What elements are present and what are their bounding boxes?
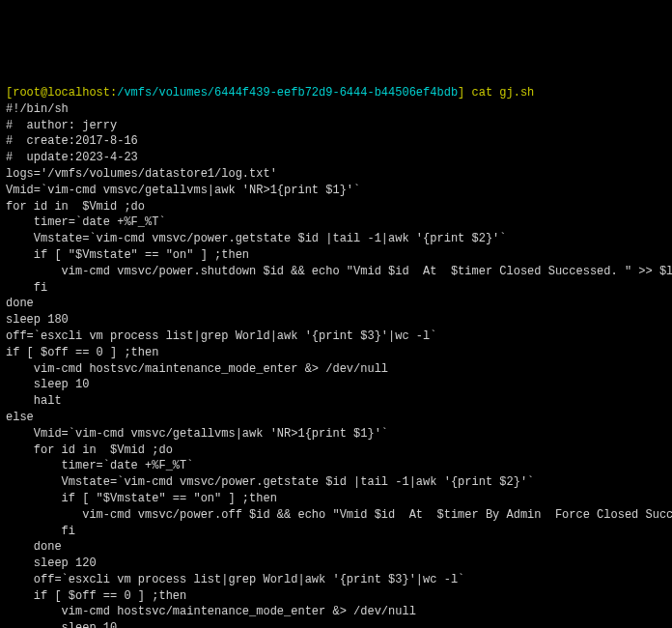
script-line: halt — [6, 394, 62, 408]
script-line: Vmstate=`vim-cmd vmsvc/power.getstate $i… — [6, 475, 534, 489]
script-line: for id in $Vmid ;do — [6, 443, 173, 457]
prompt-user-host: [root@localhost: — [6, 86, 117, 100]
script-line: #!/bin/sh — [6, 102, 69, 116]
script-line: # update:2023-4-23 — [6, 151, 138, 164]
script-line: # author: jerry — [6, 119, 117, 132]
script-line: if [ $off == 0 ] ;then — [6, 589, 186, 603]
script-line: logs='/vmfs/volumes/datastore1/log.txt' — [6, 167, 277, 181]
script-line: vim-cmd hostsvc/maintenance_mode_enter &… — [6, 605, 416, 618]
script-line: if [ "$Vmstate" == "on" ] ;then — [6, 492, 277, 505]
script-line: else — [6, 411, 34, 424]
script-line: sleep 10 — [6, 378, 89, 391]
script-line: done — [6, 540, 62, 554]
script-line: timer=`date +%F_%T` — [6, 215, 166, 229]
prompt-line: [root@localhost:/vmfs/volumes/6444f439-e… — [6, 86, 534, 100]
script-line: sleep 180 — [6, 313, 69, 327]
script-line: fi — [6, 525, 75, 538]
script-line: vim-cmd vmsvc/power.shutdown $id && echo… — [6, 265, 672, 278]
script-line: timer=`date +%F_%T` — [6, 459, 193, 472]
script-line: off=`esxcli vm process list|grep World|a… — [6, 329, 436, 343]
script-line: if [ "$Vmstate" == "on" ] ;then — [6, 248, 249, 262]
script-line: vim-cmd hostsvc/maintenance_mode_enter &… — [6, 362, 388, 376]
script-line: sleep 120 — [6, 557, 97, 570]
script-line: Vmstate=`vim-cmd vmsvc/power.getstate $i… — [6, 232, 506, 245]
script-line: Vmid=`vim-cmd vmsvc/getallvms|awk 'NR>1{… — [6, 427, 388, 441]
script-line: done — [6, 297, 34, 310]
script-line: # create:2017-8-16 — [6, 134, 138, 148]
script-line: sleep 10 — [6, 621, 117, 628]
prompt-path: /vmfs/volumes/6444f439-eefb72d9-6444-b44… — [117, 86, 458, 100]
script-line: if [ $off == 0 ] ;then — [6, 346, 158, 359]
script-line: Vmid=`vim-cmd vmsvc/getallvms|awk 'NR>1{… — [6, 184, 360, 197]
script-line: off=`esxcli vm process list|grep World|a… — [6, 573, 464, 586]
terminal-output: [root@localhost:/vmfs/volumes/6444f439-e… — [6, 69, 666, 628]
script-line: fi — [6, 281, 47, 295]
script-line: vim-cmd vmsvc/power.off $id && echo "Vmi… — [6, 508, 672, 522]
prompt-command: ] cat gj.sh — [458, 86, 534, 100]
script-line: for id in $Vmid ;do — [6, 200, 145, 214]
